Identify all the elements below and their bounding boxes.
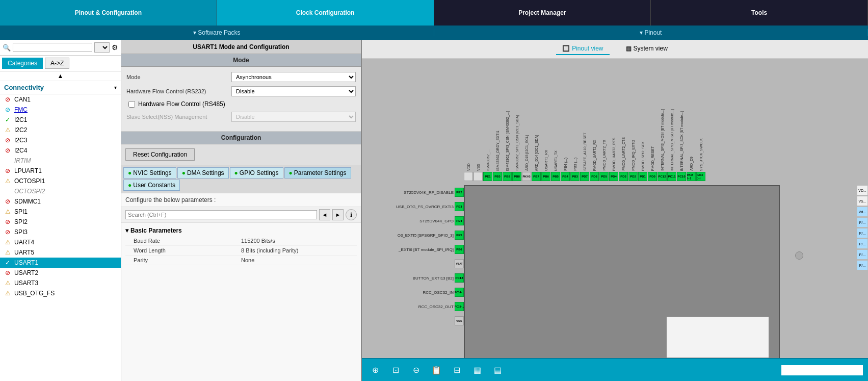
pin-top-pd4: PMOD_UART2_RTS PD4 [609,138,618,181]
pin-left-pe2: ST25DV04K_RF_DISABLE PE2 [387,185,464,199]
pin-top-pd0: PMOD_RESET PD0 [648,146,657,181]
sidebar-item-uart5[interactable]: ⚠ UART5 [0,247,121,258]
sidebar-item-fmc[interactable]: ⊘ FMC [0,105,121,115]
config-content: Configure the below parameters : ◄ ► ℹ ▾… [121,193,361,381]
pin-left-pe6: _EXTI6 [BT module_SPI_IRQ] PE6 [387,242,464,257]
search-prev-button[interactable]: ◄ [319,209,330,220]
item-icon-octospi1: ⚠ [4,177,11,185]
item-icon-sdmmc1: ⊘ [4,198,11,205]
item-icon-fmc: ⊘ [4,106,11,113]
hw-flow-rs232-select[interactable]: Disable [231,86,356,96]
pin-top-pd5: PMOD_UART2_TX PD5 [599,140,609,181]
sidebar-item-i2c3[interactable]: ⊘ I2C3 [0,135,121,145]
zoom-in-button[interactable]: ⊕ [367,362,383,378]
scroll-up-arrow[interactable]: ▲ [0,71,121,81]
main-layout: 🔍 ⚙ Categories A->Z ▲ Connectivity ▾ ⊘ [0,40,868,381]
pin-top-pb5: USART1_TX PB5 [551,150,560,181]
item-icon-spi1: ⚠ [4,208,11,215]
connectivity-section[interactable]: Connectivity ▾ [0,81,121,94]
param-row-parity: Parity None [125,256,357,265]
chip-body [464,185,780,358]
pin-top-pc12: INTERNAL_SPI3_MOSI [BT module...] PC12 [657,109,667,181]
middle-panel: USART1 Mode and Configuration Mode Mode … [121,40,362,381]
sidebar-item-sdmmc1[interactable]: ⊘ SDMMC1 [0,196,121,207]
nav-pinout-config[interactable]: Pinout & Configuration [0,0,217,26]
fit-view-button[interactable]: ⊡ [387,362,404,378]
item-icon-can1: ⊘ [4,96,11,103]
chip-canvas: VDD VSS ISM43362_... PE1 ISM43362_DRD [362,59,868,358]
mode-section: Mode Asynchronous Hardware Flow Control … [121,67,361,132]
tab-gpio-settings[interactable]: ● GPIO Settings [230,167,283,179]
tab-az[interactable]: A->Z [45,58,69,69]
item-icon-usb-otg-fs: ⚠ [4,290,11,297]
sidebar-item-uart4[interactable]: ⚠ UART4 [0,237,121,247]
sidebar-item-irtim[interactable]: IRTIM [0,156,121,166]
nav-project-manager[interactable]: Project Manager [434,0,651,26]
search-next-button[interactable]: ► [332,209,344,220]
tab-pinout-view[interactable]: 🔲 Pinout view [556,43,609,55]
sidebar-item-i2c2[interactable]: ⚠ I2C2 [0,125,121,135]
config-section: Configuration Reset Configuration ● NVIC… [121,132,361,381]
sidebar-item-usart2[interactable]: ⊘ USART2 [0,268,121,278]
tab-parameter-settings[interactable]: ● Parameter Settings [284,167,351,179]
item-icon-i2c4: ⊘ [4,147,11,154]
sidebar-item-spi2[interactable]: ⊘ SPI2 [0,217,121,227]
sidebar-item-i2c1[interactable]: ✓ I2C1 [0,115,121,125]
vdd-vss-top: VDD [464,156,473,181]
hw-flow-rs485-checkbox[interactable] [128,101,135,108]
item-icon-uart5: ⚠ [4,249,11,256]
sidebar-item-i2c4[interactable]: ⊘ I2C4 [0,145,121,156]
settings-icon[interactable]: ⚙ [112,43,118,52]
item-icon-spi2: ⊘ [4,218,11,225]
tab-nvic-settings[interactable]: ● NVIC Settings [123,167,176,179]
chip-view-header: 🔲 Pinout view ▦ System view [362,40,868,59]
pin-top-pb8: ISM43362_SPI3_CSN [I2C1_SDA] PB8 [512,115,521,181]
nav-clock-config[interactable]: Clock Configuration [217,0,434,26]
dma-tab-icon: ● [182,169,186,176]
sidebar-item-spi1[interactable]: ⚠ SPI1 [0,207,121,217]
right-pin-1: VD... [857,185,868,195]
pin-top-pa14: SYS_JTCK_SWCLK PA14 (...) [696,138,705,181]
subnav-software-packs[interactable]: ▾ Software Packs [0,29,434,36]
collapse-button[interactable]: ⊟ [449,362,465,378]
sidebar-item-spi3[interactable]: ⊘ SPI3 [0,227,121,237]
zoom-out-button[interactable]: ⊖ [408,362,424,378]
sidebar-item-usart1[interactable]: ✓ USART1 [0,258,121,268]
param-search-input[interactable] [125,210,317,219]
params-section: ▾ Basic Parameters Baud Rate 115200 Bits… [121,223,361,267]
vdd-pin-box [464,172,473,181]
pin-left-pe3: USB_OTG_FS_OVRCR_EXTI3 PE3 [387,199,464,214]
grid-view-button[interactable]: ▦ [469,362,485,378]
tab-user-constants[interactable]: ● User Constants [123,180,180,191]
chip-search-input[interactable] [781,365,863,375]
sidebar-search-area: 🔍 ⚙ [0,40,121,56]
mode-select[interactable]: Asynchronous [231,72,356,82]
sidebar-item-octospi1[interactable]: ⚠ OCTOSPI1 [0,176,121,186]
search-dropdown[interactable] [94,42,110,53]
copy-button[interactable]: 📋 [428,362,444,378]
sidebar-item-usb-otg-fs[interactable]: ⚠ USB_OTG_FS [0,288,121,298]
tab-system-view[interactable]: ▦ System view [620,43,674,55]
reset-config-button[interactable]: Reset Configuration [125,148,195,161]
subnav-pinout[interactable]: ▾ Pinout [434,29,869,36]
list-view-button[interactable]: ▤ [489,362,506,378]
sidebar-item-usart3[interactable]: ⚠ USART3 [0,278,121,288]
sidebar-item-can1[interactable]: ⊘ CAN1 [0,94,121,105]
sidebar: 🔍 ⚙ Categories A->Z ▲ Connectivity ▾ ⊘ [0,40,121,381]
mode-header: Mode [121,54,361,67]
sidebar-item-octospi2[interactable]: OCTOSPI2 [0,186,121,196]
hw-flow-rs232-row: Hardware Flow Control (RS232) Disable [126,86,356,96]
pin-top-pc11: INTERNAL_SPI3_MISO [BT module...] PC11 [667,109,676,181]
sidebar-item-lpuart1[interactable]: ⊘ LPUART1 [0,166,121,176]
nav-tools[interactable]: Tools [651,0,868,26]
tab-categories[interactable]: Categories [2,58,43,69]
pin-top-pb7: ARD_D14 [I2C1_SDA] PB7 [532,135,541,181]
pin-left-vbat: VBAT [387,257,464,271]
top-pins-row: VDD VSS ISM43362_... PE1 ISM43362_DRD [464,64,853,181]
left-pins: ST25DV04K_RF_DISABLE PE2 USB_OTG_FS_OVRC… [387,185,464,328]
basic-params-toggle[interactable]: ▾ Basic Parameters [125,225,357,236]
tab-dma-settings[interactable]: ● DMA Settings [177,167,229,179]
search-input[interactable] [13,43,92,52]
slave-select-select[interactable]: Disable [231,112,356,122]
info-button[interactable]: ℹ [346,209,357,220]
